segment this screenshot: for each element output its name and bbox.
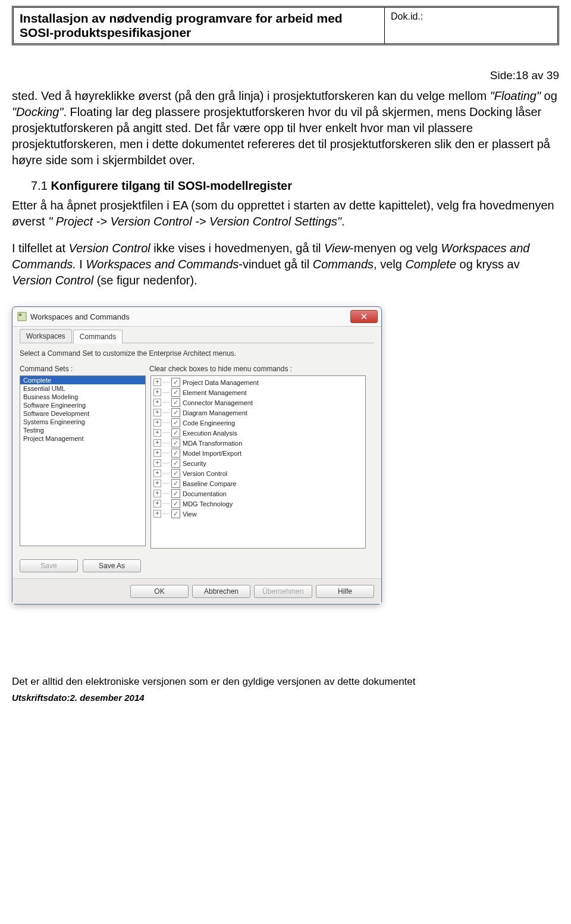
expand-icon[interactable]: + bbox=[153, 490, 161, 497]
apply-button[interactable]: Übernehmen bbox=[254, 585, 312, 598]
tree-item[interactable]: +Version Control bbox=[153, 468, 363, 478]
expand-icon[interactable]: + bbox=[153, 469, 161, 477]
menu-commands-tree[interactable]: +Project Data Management +Element Manage… bbox=[150, 375, 366, 549]
document-title: Installasjon av nødvendig programvare fo… bbox=[14, 8, 385, 43]
expand-icon[interactable]: + bbox=[153, 449, 161, 457]
list-item[interactable]: Project Management bbox=[20, 434, 145, 443]
expand-icon[interactable]: + bbox=[153, 419, 161, 427]
checkbox-icon[interactable] bbox=[171, 398, 180, 407]
checkbox-icon[interactable] bbox=[171, 509, 180, 518]
expand-icon[interactable]: + bbox=[153, 459, 161, 467]
paragraph-3: I tilfellet at Version Control ikke vise… bbox=[12, 240, 559, 289]
save-as-button[interactable]: Save As bbox=[83, 559, 141, 572]
dialog-title: Workspaces and Commands bbox=[30, 312, 130, 321]
ok-button[interactable]: OK bbox=[130, 585, 189, 598]
checkbox-icon[interactable] bbox=[171, 449, 180, 458]
checkbox-icon[interactable] bbox=[171, 459, 180, 468]
list-item[interactable]: Testing bbox=[20, 426, 145, 434]
expand-icon[interactable]: + bbox=[153, 480, 161, 487]
dialog-titlebar[interactable]: Workspaces and Commands bbox=[12, 307, 381, 326]
checkbox-icon[interactable] bbox=[171, 499, 180, 508]
list-item[interactable]: Software Development bbox=[20, 409, 145, 418]
list-item[interactable]: Essential UML bbox=[20, 384, 145, 393]
paragraph-2: Etter å ha åpnet prosjektfilen i EA (som… bbox=[12, 198, 559, 230]
checkbox-icon[interactable] bbox=[171, 469, 180, 478]
svg-rect-1 bbox=[19, 314, 21, 316]
document-header: Installasjon av nødvendig programvare fo… bbox=[12, 6, 559, 45]
tree-item[interactable]: +Project Data Management bbox=[153, 377, 363, 387]
tab-workspaces[interactable]: Workspaces bbox=[20, 329, 72, 343]
expand-icon[interactable]: + bbox=[153, 399, 161, 406]
footer-note: Det er alltid den elektroniske versjonen… bbox=[12, 676, 559, 688]
tree-item[interactable]: +Code Engineering bbox=[153, 418, 363, 428]
paragraph-1: sted. Ved å høyreklikke øverst (på den g… bbox=[12, 88, 559, 168]
command-sets-listbox[interactable]: Complete Essential UML Business Modeling… bbox=[20, 375, 146, 546]
dokid-label: Dok.id.: bbox=[385, 8, 557, 43]
dialog-instruction: Select a Command Set to customize the En… bbox=[20, 349, 374, 358]
tree-item[interactable]: +MDA Transformation bbox=[153, 438, 363, 448]
section-heading: 7.1 Konfigurere tilgang til SOSI-modellr… bbox=[12, 179, 559, 193]
list-item[interactable]: Complete bbox=[20, 376, 145, 384]
expand-icon[interactable]: + bbox=[153, 378, 161, 386]
close-icon bbox=[361, 314, 367, 320]
tree-item[interactable]: +Security bbox=[153, 458, 363, 468]
checkbox-icon[interactable] bbox=[171, 489, 180, 498]
tree-item[interactable]: +Diagram Management bbox=[153, 408, 363, 418]
checkbox-icon[interactable] bbox=[171, 378, 180, 387]
tree-item[interactable]: +Documentation bbox=[153, 488, 363, 499]
list-item[interactable]: Systems Engineering bbox=[20, 418, 145, 426]
list-item[interactable]: Software Engineering bbox=[20, 401, 145, 409]
tree-item[interactable]: +Connector Management bbox=[153, 397, 363, 408]
tree-item[interactable]: +View bbox=[153, 509, 363, 519]
checkbox-icon[interactable] bbox=[171, 479, 180, 488]
help-button[interactable]: Hilfe bbox=[316, 585, 374, 598]
cancel-button[interactable]: Abbrechen bbox=[192, 585, 250, 598]
tree-item[interactable]: +Model Import/Export bbox=[153, 448, 363, 458]
page-number: Side:18 av 39 bbox=[12, 69, 559, 82]
checkbox-icon[interactable] bbox=[171, 438, 180, 447]
tree-item[interactable]: +Baseline Compare bbox=[153, 478, 363, 488]
checkbox-icon[interactable] bbox=[171, 408, 180, 417]
expand-icon[interactable]: + bbox=[153, 429, 161, 437]
checkbox-icon[interactable] bbox=[171, 418, 180, 427]
checkbox-icon[interactable] bbox=[171, 388, 180, 397]
print-date: Utskriftsdato:2. desember 2014 bbox=[12, 693, 559, 703]
tree-item[interactable]: +Element Management bbox=[153, 387, 363, 397]
workspaces-commands-dialog: Workspaces and Commands Workspaces Comma… bbox=[12, 306, 382, 604]
expand-icon[interactable]: + bbox=[153, 500, 161, 508]
list-item[interactable]: Business Modeling bbox=[20, 393, 145, 401]
expand-icon[interactable]: + bbox=[153, 510, 161, 518]
save-button[interactable]: Save bbox=[20, 559, 78, 572]
expand-icon[interactable]: + bbox=[153, 439, 161, 447]
checkbox-icon[interactable] bbox=[171, 428, 180, 437]
tree-item[interactable]: +Execution Analysis bbox=[153, 428, 363, 438]
label-command-sets: Command Sets : bbox=[20, 365, 149, 373]
tree-item[interactable]: +MDG Technology bbox=[153, 499, 363, 509]
close-button[interactable] bbox=[350, 310, 378, 323]
label-clear-checkboxes: Clear check boxes to hide menu commands … bbox=[149, 365, 292, 373]
expand-icon[interactable]: + bbox=[153, 389, 161, 396]
app-icon bbox=[17, 312, 27, 321]
expand-icon[interactable]: + bbox=[153, 409, 161, 416]
tab-commands[interactable]: Commands bbox=[73, 330, 123, 343]
